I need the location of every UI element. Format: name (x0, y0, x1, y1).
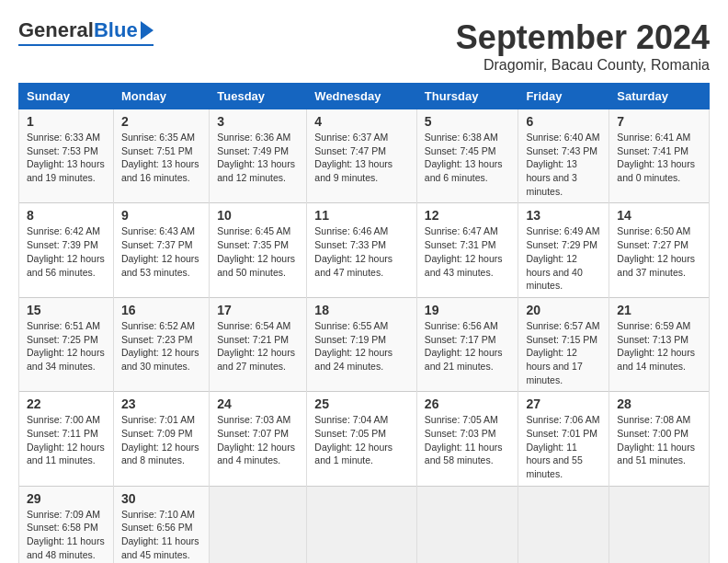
day-info: Sunrise: 6:40 AM Sunset: 7:43 PM Dayligh… (526, 131, 601, 198)
day-info: Sunrise: 7:01 AM Sunset: 7:09 PM Dayligh… (121, 413, 201, 467)
weekday-saturday: Saturday (609, 84, 710, 109)
calendar-cell (307, 486, 417, 563)
day-number: 4 (314, 114, 409, 129)
calendar-cell: 24 Sunrise: 7:03 AM Sunset: 7:07 PM Dayl… (210, 392, 307, 486)
day-number: 16 (121, 303, 201, 317)
day-info: Sunrise: 6:43 AM Sunset: 7:37 PM Dayligh… (121, 224, 201, 279)
day-info: Sunrise: 6:55 AM Sunset: 7:19 PM Dayligh… (314, 319, 409, 373)
day-number: 7 (617, 114, 701, 129)
day-info: Sunrise: 6:56 AM Sunset: 7:17 PM Dayligh… (425, 319, 511, 373)
month-title: September 2024 (456, 18, 710, 57)
logo-arrow-icon (141, 21, 154, 40)
week-row-1: 1 Sunrise: 6:33 AM Sunset: 7:53 PM Dayli… (19, 109, 710, 203)
week-row-5: 29 Sunrise: 7:09 AM Sunset: 6:58 PM Dayl… (19, 486, 710, 563)
weekday-thursday: Thursday (416, 84, 518, 109)
day-info: Sunrise: 6:49 AM Sunset: 7:29 PM Dayligh… (526, 224, 601, 292)
calendar-cell: 28 Sunrise: 7:08 AM Sunset: 7:00 PM Dayl… (609, 392, 710, 486)
weekday-wednesday: Wednesday (307, 84, 417, 109)
day-info: Sunrise: 7:10 AM Sunset: 6:56 PM Dayligh… (121, 508, 201, 562)
day-number: 22 (27, 396, 106, 411)
day-number: 27 (526, 396, 601, 411)
day-info: Sunrise: 6:47 AM Sunset: 7:31 PM Dayligh… (425, 224, 511, 279)
day-info: Sunrise: 7:06 AM Sunset: 7:01 PM Dayligh… (526, 413, 601, 480)
calendar-table: SundayMondayTuesdayWednesdayThursdayFrid… (18, 83, 710, 563)
day-info: Sunrise: 7:04 AM Sunset: 7:05 PM Dayligh… (314, 413, 409, 467)
day-number: 3 (217, 114, 299, 129)
day-number: 9 (121, 208, 201, 223)
week-row-4: 22 Sunrise: 7:00 AM Sunset: 7:11 PM Dayl… (19, 392, 710, 486)
week-row-3: 15 Sunrise: 6:51 AM Sunset: 7:25 PM Dayl… (19, 297, 710, 391)
day-number: 8 (27, 208, 106, 223)
week-row-2: 8 Sunrise: 6:42 AM Sunset: 7:39 PM Dayli… (19, 203, 710, 297)
day-number: 28 (617, 396, 701, 411)
calendar-cell: 5 Sunrise: 6:38 AM Sunset: 7:45 PM Dayli… (416, 109, 518, 203)
day-number: 29 (27, 491, 106, 506)
calendar-cell: 18 Sunrise: 6:55 AM Sunset: 7:19 PM Dayl… (307, 297, 417, 391)
calendar-cell: 15 Sunrise: 6:51 AM Sunset: 7:25 PM Dayl… (19, 297, 114, 391)
calendar-cell (210, 486, 307, 563)
day-info: Sunrise: 6:33 AM Sunset: 7:53 PM Dayligh… (27, 131, 106, 185)
calendar-cell: 29 Sunrise: 7:09 AM Sunset: 6:58 PM Dayl… (19, 486, 114, 563)
day-number: 24 (217, 396, 299, 411)
day-number: 15 (27, 303, 106, 317)
day-info: Sunrise: 6:37 AM Sunset: 7:47 PM Dayligh… (314, 131, 409, 185)
calendar-cell: 17 Sunrise: 6:54 AM Sunset: 7:21 PM Dayl… (210, 297, 307, 391)
calendar-cell: 1 Sunrise: 6:33 AM Sunset: 7:53 PM Dayli… (19, 109, 114, 203)
calendar-cell: 27 Sunrise: 7:06 AM Sunset: 7:01 PM Dayl… (518, 392, 609, 486)
calendar-cell: 26 Sunrise: 7:05 AM Sunset: 7:03 PM Dayl… (416, 392, 518, 486)
day-info: Sunrise: 6:57 AM Sunset: 7:15 PM Dayligh… (526, 319, 601, 386)
calendar-body: 1 Sunrise: 6:33 AM Sunset: 7:53 PM Dayli… (19, 109, 710, 564)
day-number: 11 (314, 208, 409, 223)
calendar-cell: 23 Sunrise: 7:01 AM Sunset: 7:09 PM Dayl… (113, 392, 209, 486)
day-number: 1 (27, 114, 106, 129)
weekday-monday: Monday (113, 84, 209, 109)
title-section: September 2024 Dragomir, Bacau County, R… (456, 18, 710, 74)
logo-underline (18, 44, 154, 46)
calendar-cell: 19 Sunrise: 6:56 AM Sunset: 7:17 PM Dayl… (416, 297, 518, 391)
calendar-cell: 13 Sunrise: 6:49 AM Sunset: 7:29 PM Dayl… (518, 203, 609, 297)
day-number: 12 (425, 208, 511, 223)
calendar-cell (416, 486, 518, 563)
logo-general: General (18, 18, 94, 42)
day-info: Sunrise: 6:35 AM Sunset: 7:51 PM Dayligh… (121, 131, 201, 185)
day-info: Sunrise: 6:45 AM Sunset: 7:35 PM Dayligh… (217, 224, 299, 279)
calendar-cell: 7 Sunrise: 6:41 AM Sunset: 7:41 PM Dayli… (609, 109, 710, 203)
calendar-cell: 8 Sunrise: 6:42 AM Sunset: 7:39 PM Dayli… (19, 203, 114, 297)
calendar-cell: 4 Sunrise: 6:37 AM Sunset: 7:47 PM Dayli… (307, 109, 417, 203)
calendar-cell: 6 Sunrise: 6:40 AM Sunset: 7:43 PM Dayli… (518, 109, 609, 203)
day-number: 10 (217, 208, 299, 223)
calendar-cell: 30 Sunrise: 7:10 AM Sunset: 6:56 PM Dayl… (113, 486, 209, 563)
day-info: Sunrise: 6:54 AM Sunset: 7:21 PM Dayligh… (217, 319, 299, 373)
calendar-cell: 2 Sunrise: 6:35 AM Sunset: 7:51 PM Dayli… (113, 109, 209, 203)
calendar-cell: 14 Sunrise: 6:50 AM Sunset: 7:27 PM Dayl… (609, 203, 710, 297)
calendar-cell (518, 486, 609, 563)
logo-blue: Blue (94, 18, 138, 42)
day-number: 6 (526, 114, 601, 129)
day-number: 2 (121, 114, 201, 129)
day-number: 23 (121, 396, 201, 411)
day-number: 14 (617, 208, 701, 223)
day-number: 30 (121, 491, 201, 506)
day-info: Sunrise: 7:03 AM Sunset: 7:07 PM Dayligh… (217, 413, 299, 467)
calendar-cell: 10 Sunrise: 6:45 AM Sunset: 7:35 PM Dayl… (210, 203, 307, 297)
day-number: 26 (425, 396, 511, 411)
day-info: Sunrise: 6:36 AM Sunset: 7:49 PM Dayligh… (217, 131, 299, 185)
logo: General Blue (18, 18, 154, 46)
day-info: Sunrise: 6:50 AM Sunset: 7:27 PM Dayligh… (617, 224, 701, 279)
day-info: Sunrise: 6:38 AM Sunset: 7:45 PM Dayligh… (425, 131, 511, 185)
day-number: 5 (425, 114, 511, 129)
page-header: General Blue September 2024 Dragomir, Ba… (18, 18, 710, 74)
calendar-cell: 12 Sunrise: 6:47 AM Sunset: 7:31 PM Dayl… (416, 203, 518, 297)
day-number: 19 (425, 303, 511, 317)
calendar-cell: 22 Sunrise: 7:00 AM Sunset: 7:11 PM Dayl… (19, 392, 114, 486)
day-info: Sunrise: 7:00 AM Sunset: 7:11 PM Dayligh… (27, 413, 106, 467)
day-number: 21 (617, 303, 701, 317)
calendar-cell (609, 486, 710, 563)
weekday-header-row: SundayMondayTuesdayWednesdayThursdayFrid… (19, 84, 710, 109)
weekday-friday: Friday (518, 84, 609, 109)
calendar-cell: 25 Sunrise: 7:04 AM Sunset: 7:05 PM Dayl… (307, 392, 417, 486)
day-info: Sunrise: 6:46 AM Sunset: 7:33 PM Dayligh… (314, 224, 409, 279)
calendar-cell: 20 Sunrise: 6:57 AM Sunset: 7:15 PM Dayl… (518, 297, 609, 391)
day-info: Sunrise: 7:08 AM Sunset: 7:00 PM Dayligh… (617, 413, 701, 467)
weekday-sunday: Sunday (19, 84, 114, 109)
